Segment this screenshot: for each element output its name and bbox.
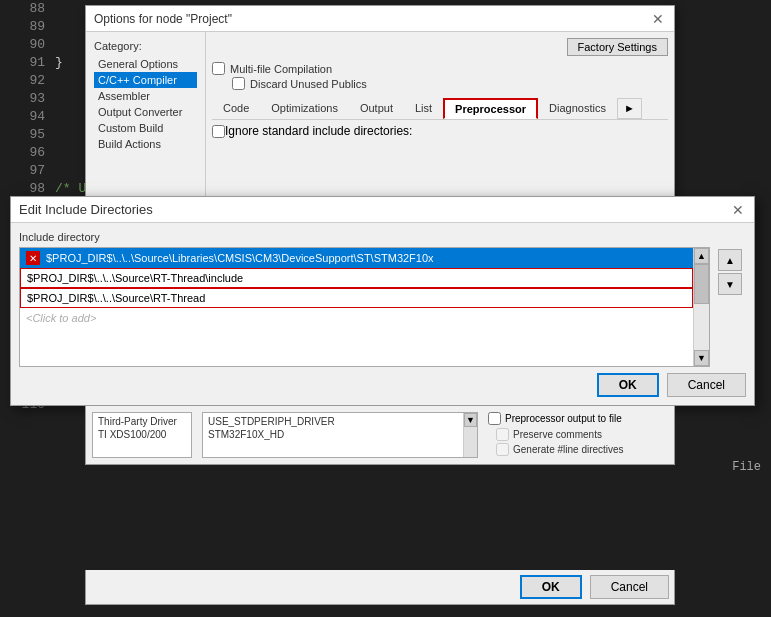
- include-list-area: ✕ $PROJ_DIR$\..\..\Source\Libraries\CMSI…: [19, 247, 746, 367]
- tab-preprocessor[interactable]: Preprocessor: [443, 98, 538, 119]
- scroll-track: [694, 264, 709, 350]
- include-item-2[interactable]: $PROJ_DIR$\..\..\Source\RT-Thread: [20, 288, 693, 308]
- options-dialog-title: Options for node "Project": [94, 12, 232, 26]
- include-item-0[interactable]: ✕ $PROJ_DIR$\..\..\Source\Libraries\CMSI…: [20, 248, 693, 268]
- ignore-standard-checkbox[interactable]: [212, 125, 225, 138]
- category-label: Category:: [94, 40, 197, 52]
- preprocessor-output-panel: Preprocessor output to file Preserve com…: [488, 412, 668, 458]
- options-dialog: Options for node "Project" ✕ Category: G…: [85, 5, 675, 200]
- tab-code[interactable]: Code: [212, 98, 260, 119]
- side-item-driver: Third-Party Driver: [95, 415, 189, 428]
- tab-optimizations[interactable]: Optimizations: [260, 98, 349, 119]
- move-down-button[interactable]: ▼: [718, 273, 742, 295]
- side-item-xds: TI XDS100/200: [95, 428, 189, 441]
- preprocessor-output-checkbox[interactable]: [488, 412, 501, 425]
- edit-dialog-footer: OK Cancel: [19, 373, 746, 397]
- category-item-build-actions[interactable]: Build Actions: [94, 136, 197, 152]
- tab-scroll-right[interactable]: ►: [617, 98, 642, 119]
- define-item-0: USE_STDPERIPH_DRIVER: [205, 415, 475, 428]
- side-list: Third-Party Driver TI XDS100/200: [92, 412, 192, 458]
- edit-dialog-ok-button[interactable]: OK: [597, 373, 659, 397]
- include-item-text-2: $PROJ_DIR$\..\..\Source\RT-Thread: [27, 292, 205, 304]
- discard-unused-label: Discard Unused Publics: [250, 78, 367, 90]
- category-panel: Category: General Options C/C++ Compiler…: [86, 32, 206, 199]
- multifile-compilation-label: Multi-file Compilation: [230, 63, 332, 75]
- options-titlebar: Options for node "Project" ✕: [86, 6, 674, 32]
- ignore-standard-row: Ignore standard include directories:: [212, 124, 668, 138]
- options-dialog-body: Category: General Options C/C++ Compiler…: [86, 32, 674, 199]
- options-main-panel: Factory Settings Multi-file Compilation …: [206, 32, 674, 199]
- multifile-compilation-checkbox[interactable]: [212, 62, 225, 75]
- category-item-output-converter[interactable]: Output Converter: [94, 104, 197, 120]
- define-scrollbar[interactable]: ▼: [463, 413, 477, 457]
- click-to-add-label: <Click to add>: [26, 312, 96, 324]
- category-item-general-options[interactable]: General Options: [94, 56, 197, 72]
- define-item-1: STM32F10X_HD: [205, 428, 475, 441]
- scroll-down-button[interactable]: ▼: [694, 350, 709, 366]
- edit-dialog-title: Edit Include Directories: [19, 202, 153, 217]
- include-item-text-1: $PROJ_DIR$\..\..\Source\RT-Thread\includ…: [27, 272, 243, 284]
- edit-dialog-body: Include directory ✕ $PROJ_DIR$\..\..\Sou…: [11, 223, 754, 405]
- edit-include-dialog: Edit Include Directories ✕ Include direc…: [10, 196, 755, 406]
- ignore-standard-label: Ignore standard include directories:: [225, 124, 412, 138]
- preprocessor-output-label: Preprocessor output to file: [505, 413, 622, 424]
- include-directory-header: Include directory: [19, 231, 746, 243]
- preprocessor-output-title: Preprocessor output to file: [488, 412, 668, 425]
- generate-hash-line-checkbox[interactable]: [496, 443, 509, 456]
- discard-unused-row: Discard Unused Publics: [232, 77, 668, 90]
- discard-unused-checkbox[interactable]: [232, 77, 245, 90]
- bottom-options-area: Third-Party Driver TI XDS100/200 USE_STD…: [85, 406, 675, 465]
- scroll-up-button[interactable]: ▲: [694, 248, 709, 264]
- tab-list[interactable]: List: [404, 98, 443, 119]
- options-dialog-close-button[interactable]: ✕: [650, 12, 666, 26]
- edit-dialog-titlebar: Edit Include Directories ✕: [11, 197, 754, 223]
- move-up-button[interactable]: ▲: [718, 249, 742, 271]
- include-action-buttons: ▲ ▼: [714, 247, 746, 367]
- tabs-row: Code Optimizations Output List Preproces…: [212, 98, 668, 120]
- include-item-add[interactable]: <Click to add>: [20, 308, 693, 328]
- define-scroll-down[interactable]: ▼: [464, 413, 477, 427]
- scroll-thumb[interactable]: [694, 264, 709, 304]
- bottom-ok-cancel-bar: OK Cancel: [85, 570, 675, 605]
- factory-settings-button[interactable]: Factory Settings: [567, 38, 668, 56]
- multifile-compilation-row: Multi-file Compilation: [212, 62, 668, 75]
- generate-hash-line-row: Generate #line directives: [496, 443, 668, 456]
- edit-dialog-close-button[interactable]: ✕: [730, 203, 746, 217]
- delete-icon-0[interactable]: ✕: [26, 251, 40, 265]
- preserve-comments-row: Preserve comments: [496, 428, 668, 441]
- preserve-comments-checkbox[interactable]: [496, 428, 509, 441]
- define-list[interactable]: USE_STDPERIPH_DRIVER STM32F10X_HD ▼: [202, 412, 478, 458]
- include-list[interactable]: ✕ $PROJ_DIR$\..\..\Source\Libraries\CMSI…: [20, 248, 693, 366]
- list-scrollbar[interactable]: ▲ ▼: [693, 248, 709, 366]
- preserve-comments-label: Preserve comments: [513, 429, 602, 440]
- category-item-cpp-compiler[interactable]: C/C++ Compiler: [94, 72, 197, 88]
- include-item-1[interactable]: $PROJ_DIR$\..\..\Source\RT-Thread\includ…: [20, 268, 693, 288]
- file-label: File: [732, 460, 761, 474]
- include-item-text-0: $PROJ_DIR$\..\..\Source\Libraries\CMSIS\…: [46, 252, 434, 264]
- category-item-assembler[interactable]: Assembler: [94, 88, 197, 104]
- tab-diagnostics[interactable]: Diagnostics: [538, 98, 617, 119]
- tab-output[interactable]: Output: [349, 98, 404, 119]
- bottom-cancel-button[interactable]: Cancel: [590, 575, 669, 599]
- edit-dialog-cancel-button[interactable]: Cancel: [667, 373, 746, 397]
- category-item-custom-build[interactable]: Custom Build: [94, 120, 197, 136]
- generate-hash-line-label: Generate #line directives: [513, 444, 624, 455]
- include-list-container: ✕ $PROJ_DIR$\..\..\Source\Libraries\CMSI…: [19, 247, 710, 367]
- bottom-ok-button[interactable]: OK: [520, 575, 582, 599]
